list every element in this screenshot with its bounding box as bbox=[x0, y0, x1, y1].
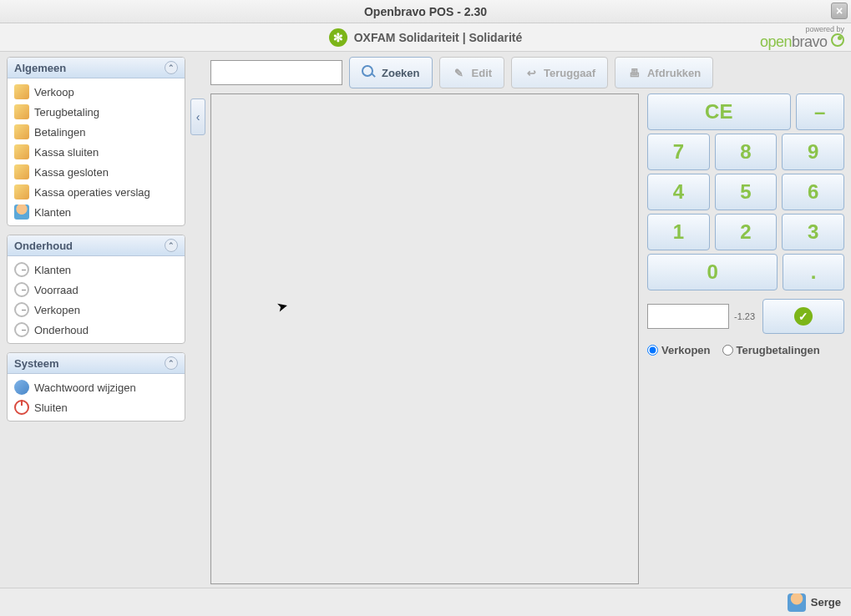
print-icon: 🖶 bbox=[627, 65, 642, 80]
user-avatar-icon bbox=[788, 593, 806, 612]
password-icon bbox=[14, 380, 29, 395]
status-bar: Serge bbox=[0, 588, 851, 616]
radio-terugbetalingen-input[interactable] bbox=[722, 345, 733, 356]
chevron-left-icon: ‹ bbox=[196, 110, 200, 124]
search-icon bbox=[362, 65, 377, 80]
radio-terugbetalingen[interactable]: Terugbetalingen bbox=[722, 344, 820, 356]
panel-title: Systeem bbox=[14, 357, 58, 370]
brand-logo: powered by openbravo bbox=[760, 25, 844, 51]
cursor-icon: ➤ bbox=[275, 298, 289, 316]
panel-header-onderhoud[interactable]: Onderhoud ⌃ bbox=[8, 235, 185, 256]
panel-title: Algemeen bbox=[14, 62, 66, 74]
radio-verkopen[interactable]: Verkopen bbox=[647, 344, 711, 356]
keypad-2-button[interactable]: 2 bbox=[715, 214, 778, 250]
keypad-ok-button[interactable]: ✓ bbox=[762, 299, 844, 334]
nav-verkoop[interactable]: Verkoop bbox=[9, 82, 183, 102]
keypad: CE – 7 8 9 4 5 6 1 2 3 bbox=[647, 93, 844, 584]
keypad-1-button[interactable]: 1 bbox=[647, 214, 710, 250]
nav-betalingen[interactable]: Betalingen bbox=[9, 122, 183, 142]
window-title: Openbravo POS - 2.30 bbox=[364, 5, 487, 18]
customers-maint-icon bbox=[14, 262, 29, 277]
nav-maint-voorraad[interactable]: Voorraad bbox=[9, 280, 183, 300]
panel-onderhoud: Onderhoud ⌃ Klanten Voorraad Verkopen On… bbox=[7, 235, 185, 344]
panel-header-algemeen[interactable]: Algemeen ⌃ bbox=[8, 58, 185, 78]
results-panel: ➤ bbox=[210, 93, 639, 584]
customers-icon bbox=[14, 204, 29, 220]
toolbar: Zoeken ✎ Edit ↩ Teruggaaf 🖶 Afdrukken bbox=[210, 57, 844, 88]
nav-change-password[interactable]: Wachtwoord wijzigen bbox=[9, 377, 183, 397]
keypad-display-input[interactable] bbox=[647, 304, 729, 329]
brand-circle-icon bbox=[831, 33, 844, 47]
close-cash-icon bbox=[14, 144, 29, 159]
brand-name: openbravo bbox=[760, 33, 844, 51]
sales-maint-icon bbox=[14, 302, 29, 317]
panel-title: Onderhoud bbox=[14, 240, 73, 252]
inventory-icon bbox=[14, 282, 29, 297]
search-button[interactable]: Zoeken bbox=[349, 57, 433, 88]
content-area: Zoeken ✎ Edit ↩ Teruggaaf 🖶 Afdrukken ➤ … bbox=[210, 57, 844, 584]
mode-radio-group: Verkopen Terugbetalingen bbox=[647, 344, 844, 356]
refund-icon bbox=[14, 104, 29, 119]
return-button[interactable]: ↩ Teruggaaf bbox=[511, 57, 608, 88]
nav-klanten[interactable]: Klanten bbox=[9, 202, 183, 222]
sidebar-collapse-button[interactable]: ‹ bbox=[190, 98, 205, 135]
keypad-3-button[interactable]: 3 bbox=[782, 214, 844, 250]
nav-maint-onderhoud[interactable]: Onderhoud bbox=[9, 320, 183, 340]
nav-kassa-gesloten[interactable]: Kassa gesloten bbox=[9, 162, 183, 182]
search-input[interactable] bbox=[210, 60, 342, 85]
status-user-name: Serge bbox=[811, 596, 841, 608]
nav-exit[interactable]: Sluiten bbox=[9, 397, 183, 417]
panel-body: Verkoop Terugbetaling Betalingen Kassa s… bbox=[8, 78, 185, 225]
panel-systeem: Systeem ⌃ Wachtwoord wijzigen Sluiten bbox=[7, 352, 185, 422]
nav-maint-klanten[interactable]: Klanten bbox=[9, 260, 183, 280]
maintenance-icon bbox=[14, 322, 29, 337]
keypad-9-button[interactable]: 9 bbox=[782, 134, 844, 170]
keypad-6-button[interactable]: 6 bbox=[782, 174, 844, 210]
keypad-minus-button[interactable]: – bbox=[796, 93, 845, 130]
collapse-icon[interactable]: ⌃ bbox=[165, 239, 178, 252]
check-icon: ✓ bbox=[794, 307, 813, 326]
cash-report-icon bbox=[14, 184, 29, 199]
keypad-hint-label: -1.23 bbox=[734, 311, 757, 321]
keypad-dot-button[interactable]: . bbox=[783, 254, 844, 290]
keypad-0-button[interactable]: 0 bbox=[647, 254, 778, 290]
collapse-icon[interactable]: ⌃ bbox=[165, 61, 178, 74]
nav-terugbetaling[interactable]: Terugbetaling bbox=[9, 102, 183, 122]
payments-icon bbox=[14, 124, 29, 139]
edit-icon: ✎ bbox=[452, 65, 467, 80]
main-area: Algemeen ⌃ Verkoop Terugbetaling Betalin… bbox=[0, 52, 851, 588]
panel-body: Klanten Voorraad Verkopen Onderhoud bbox=[8, 256, 185, 343]
keypad-ce-button[interactable]: CE bbox=[647, 93, 791, 130]
content-row: ➤ CE – 7 8 9 4 5 6 1 2 bbox=[210, 93, 844, 584]
nav-kassa-sluiten[interactable]: Kassa sluiten bbox=[9, 142, 183, 162]
keypad-7-button[interactable]: 7 bbox=[647, 134, 710, 170]
nav-maint-verkopen[interactable]: Verkopen bbox=[9, 300, 183, 320]
org-name: OXFAM Solidariteit | Solidarité bbox=[354, 31, 523, 44]
title-bar: Openbravo POS - 2.30 × bbox=[0, 0, 851, 23]
sidebar-collapse-handle: ‹ bbox=[190, 57, 205, 584]
panel-body: Wachtwoord wijzigen Sluiten bbox=[8, 374, 185, 421]
brand-powered-by: powered by bbox=[760, 25, 844, 33]
panel-algemeen: Algemeen ⌃ Verkoop Terugbetaling Betalin… bbox=[7, 57, 185, 226]
window-close-button[interactable]: × bbox=[831, 3, 848, 19]
header-bar: ✻ OXFAM Solidariteit | Solidarité powere… bbox=[0, 23, 851, 52]
print-button[interactable]: 🖶 Afdrukken bbox=[615, 57, 713, 88]
nav-kassa-operaties[interactable]: Kassa operaties verslag bbox=[9, 182, 183, 202]
panel-header-systeem[interactable]: Systeem ⌃ bbox=[8, 353, 185, 374]
radio-verkopen-input[interactable] bbox=[647, 345, 658, 356]
keypad-5-button[interactable]: 5 bbox=[715, 174, 778, 210]
cash-closed-icon bbox=[14, 164, 29, 179]
collapse-icon[interactable]: ⌃ bbox=[165, 356, 178, 370]
keypad-4-button[interactable]: 4 bbox=[647, 174, 710, 210]
return-icon: ↩ bbox=[524, 65, 539, 80]
org-badge-icon: ✻ bbox=[329, 28, 347, 47]
edit-button[interactable]: ✎ Edit bbox=[439, 57, 505, 88]
sidebar: Algemeen ⌃ Verkoop Terugbetaling Betalin… bbox=[7, 57, 185, 584]
exit-icon bbox=[14, 400, 29, 415]
keypad-8-button[interactable]: 8 bbox=[715, 134, 778, 170]
sale-icon bbox=[14, 84, 29, 99]
